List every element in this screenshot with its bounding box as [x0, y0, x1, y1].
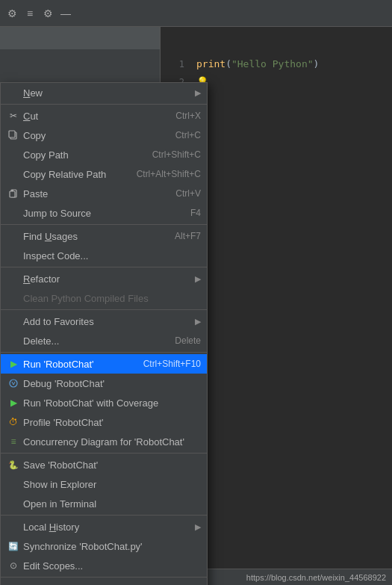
menu-item-new[interactable]: New ▶ — [1, 83, 207, 102]
separator-5 — [1, 352, 207, 353]
menu-icon-new — [7, 87, 20, 99]
submenu-arrow-new: ▶ — [195, 88, 201, 98]
menu-icon-jump-to-source — [7, 207, 20, 219]
menu-label-new: New — [23, 87, 192, 99]
toolbar: ⚙ ≡ ⚙ — — [0, 0, 392, 27]
toolbar-icon-1[interactable]: ⚙ — [6, 7, 18, 19]
menu-label-copy: Copy — [23, 130, 169, 141]
separator-4 — [1, 309, 207, 310]
menu-icon-open-terminal — [7, 498, 20, 510]
menu-icon-debug — [7, 377, 20, 389]
menu-label-open-terminal: Open in Terminal — [23, 498, 201, 510]
menu-item-local-history[interactable]: Local History ▶ — [1, 517, 207, 536]
menu-label-copy-relative-path: Copy Relative Path — [23, 169, 131, 180]
menu-item-jump-to-source[interactable]: Jump to Source F4 — [1, 203, 207, 223]
code-line-1: 1 print("Hello Python") — [161, 55, 392, 73]
menu-label-paste: Paste — [23, 188, 169, 199]
menu-icon-refactor — [7, 273, 20, 285]
menu-icon-cut: ✂ — [7, 110, 20, 122]
menu-icon-copy — [7, 129, 20, 141]
menu-label-run: Run 'RobotChat' — [23, 359, 137, 370]
menu-item-file-path[interactable]: File Path Ctrl+Alt+F12 — [1, 579, 207, 585]
menu-item-inspect-code[interactable]: Inspect Code... — [1, 246, 207, 265]
menu-icon-paste — [7, 188, 20, 199]
menu-label-clean-python: Clean Python Compiled Files — [23, 293, 201, 304]
menu-label-local-history: Local History — [23, 521, 192, 533]
menu-icon-add-to-favorites — [7, 315, 20, 327]
menu-item-synchronize[interactable]: 🔄 Synchronize 'RobotChat.py' — [1, 536, 207, 556]
menu-label-jump-to-source: Jump to Source — [23, 208, 184, 219]
code-fn: print — [196, 58, 225, 69]
menu-item-run[interactable]: ▶ Run 'RobotChat' Ctrl+Shift+F10 — [1, 354, 207, 374]
shortcut-paste: Ctrl+V — [175, 188, 201, 199]
menu-label-save: Save 'RobotChat' — [23, 459, 201, 471]
shortcut-cut: Ctrl+X — [175, 111, 201, 121]
separator-8 — [1, 577, 207, 578]
svg-rect-3 — [10, 191, 15, 197]
sidebar-header — [0, 27, 160, 49]
menu-item-debug[interactable]: Debug 'RobotChat' — [1, 374, 207, 393]
submenu-arrow-local-history: ▶ — [195, 522, 201, 532]
menu-item-copy-relative-path[interactable]: Copy Relative Path Ctrl+Alt+Shift+C — [1, 164, 207, 184]
menu-item-cut[interactable]: ✂ Cut Ctrl+X — [1, 106, 207, 126]
menu-item-copy[interactable]: Copy Ctrl+C — [1, 126, 207, 145]
toolbar-icon-2[interactable]: ≡ — [24, 7, 36, 19]
toolbar-icon-minimize[interactable]: — — [60, 7, 72, 19]
menu-item-delete[interactable]: Delete... Delete — [1, 331, 207, 350]
code-paren-open: ( — [225, 58, 231, 69]
menu-icon-show-explorer — [7, 478, 20, 490]
menu-label-debug: Debug 'RobotChat' — [23, 378, 201, 389]
menu-item-find-usages[interactable]: Find Usages Alt+F7 — [1, 226, 207, 246]
menu-icon-delete — [7, 335, 20, 347]
menu-label-inspect-code: Inspect Code... — [23, 250, 201, 261]
toolbar-icon-3[interactable]: ⚙ — [42, 7, 54, 19]
menu-label-edit-scopes: Edit Scopes... — [23, 560, 201, 572]
menu-icon-synchronize: 🔄 — [7, 540, 20, 552]
shortcut-copy-path: Ctrl+Shift+C — [152, 149, 201, 160]
svg-rect-4 — [11, 190, 13, 191]
menu-item-concurrency[interactable]: ≡ Concurrency Diagram for 'RobotChat' — [1, 432, 207, 451]
menu-label-find-usages: Find Usages — [23, 231, 169, 242]
menu-item-profile[interactable]: ⏱ Profile 'RobotChat' — [1, 412, 207, 432]
menu-item-paste[interactable]: Paste Ctrl+V — [1, 184, 207, 203]
menu-icon-inspect-code — [7, 250, 20, 261]
menu-icon-save: 🐍 — [7, 459, 20, 471]
menu-label-copy-path: Copy Path — [23, 149, 146, 161]
separator-1 — [1, 104, 207, 105]
menu-item-copy-path[interactable]: Copy Path Ctrl+Shift+C — [1, 145, 207, 164]
menu-icon-run-coverage: ▶ — [7, 397, 20, 409]
status-url: https://blog.csdn.net/weixin_44568922 — [246, 573, 386, 582]
menu-item-show-explorer[interactable]: Show in Explorer — [1, 474, 207, 494]
menu-icon-copy-path — [7, 149, 20, 161]
menu-label-synchronize: Synchronize 'RobotChat.py' — [23, 541, 201, 552]
menu-item-edit-scopes[interactable]: ⊙ Edit Scopes... — [1, 556, 207, 575]
menu-item-clean-python[interactable]: Clean Python Compiled Files — [1, 288, 207, 308]
menu-item-run-coverage[interactable]: ▶ Run 'RobotChat' with Coverage — [1, 393, 207, 412]
submenu-arrow-favorites: ▶ — [195, 317, 201, 326]
separator-2 — [1, 224, 207, 225]
menu-item-add-to-favorites[interactable]: Add to Favorites ▶ — [1, 312, 207, 331]
menu-icon-concurrency: ≡ — [7, 436, 20, 448]
shortcut-copy: Ctrl+C — [175, 130, 201, 140]
separator-7 — [1, 515, 207, 516]
menu-item-open-terminal[interactable]: Open in Terminal — [1, 494, 207, 513]
menu-label-delete: Delete... — [23, 335, 169, 347]
menu-label-concurrency: Concurrency Diagram for 'RobotChat' — [23, 436, 201, 448]
menu-icon-edit-scopes: ⊙ — [7, 560, 20, 572]
code-paren-close: ) — [314, 58, 320, 69]
menu-item-refactor[interactable]: Refactor ▶ — [1, 269, 207, 288]
menu-label-cut: Cut — [23, 111, 169, 122]
menu-label-show-explorer: Show in Explorer — [23, 479, 201, 490]
code-str: "Hello Python" — [231, 58, 314, 69]
shortcut-find-usages: Alt+F7 — [175, 231, 201, 241]
menu-item-save[interactable]: 🐍 Save 'RobotChat' — [1, 455, 207, 474]
menu-icon-local-history — [7, 521, 20, 533]
shortcut-copy-relative-path: Ctrl+Alt+Shift+C — [137, 169, 201, 179]
menu-icon-find-usages — [7, 230, 20, 242]
context-menu: New ▶ ✂ Cut Ctrl+X Copy Ctrl+C Copy Path… — [0, 82, 208, 585]
menu-icon-run: ▶ — [7, 358, 20, 370]
menu-icon-copy-relative-path — [7, 168, 20, 180]
menu-label-profile: Profile 'RobotChat' — [23, 417, 201, 428]
menu-label-add-to-favorites: Add to Favorites — [23, 316, 192, 327]
shortcut-delete: Delete — [175, 335, 201, 346]
